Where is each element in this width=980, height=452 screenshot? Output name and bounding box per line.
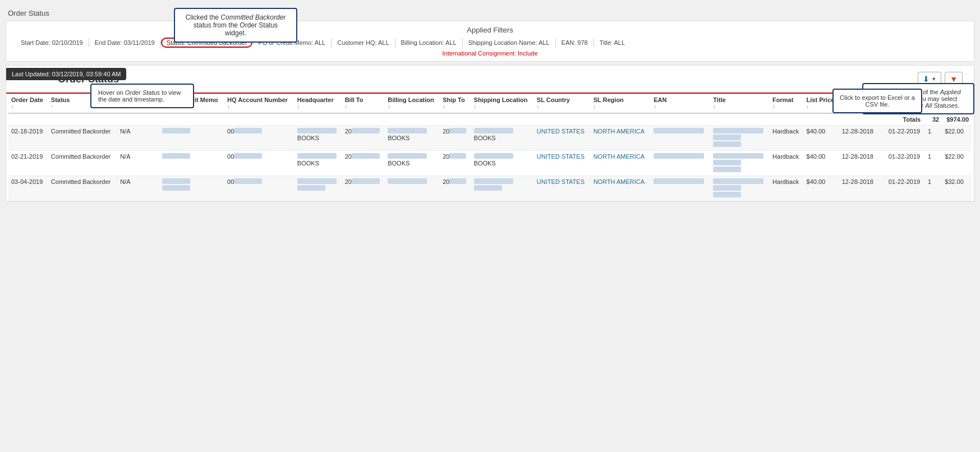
export-dropdown-icon: ▼ <box>931 76 936 82</box>
col-title[interactable]: Title ↕ <box>710 94 770 113</box>
totals-value: $974.00 <box>942 113 972 126</box>
cell-po-credit-1 <box>159 125 224 150</box>
col-ean[interactable]: EAN ↕ <box>651 94 710 113</box>
cell-ship-to-2: 20 <box>440 150 471 176</box>
cell-qty-3: 1 <box>925 176 942 201</box>
table-row: 02-21-2019 Committed Backorder N/A 00 BO… <box>8 150 972 176</box>
filter-customer-hq[interactable]: Customer HQ: ALL <box>332 38 395 47</box>
cell-release-date-3: 12-28-2018 <box>839 176 886 201</box>
data-table: Order Date ↕ Status ↑ Status Date ↕ PO o… <box>8 94 972 201</box>
filter-intl-consignment: International Consignment: Include <box>15 50 965 57</box>
totals-row: Totals 32 $974.00 <box>8 113 972 126</box>
cell-headquarter-1: BOOKS <box>295 125 342 150</box>
cell-release-date-2: 12-28-2018 <box>839 150 886 176</box>
cell-hq-account-2: 00 <box>224 150 295 176</box>
filter-billing-location[interactable]: Billing Location: ALL <box>395 38 463 47</box>
cell-value-1: $22.00 <box>942 125 972 150</box>
cell-status-date-3: N/A <box>117 176 159 201</box>
cell-hq-account-3: 00 <box>224 176 295 201</box>
cell-shipping-location-3 <box>471 176 534 201</box>
totals-label: Totals <box>8 113 925 126</box>
col-format[interactable]: Format ↕ <box>770 94 803 113</box>
filter-end-date[interactable]: End Date: 03/11/2019 <box>89 38 161 47</box>
callout-top-italic: Committed Backorder <box>220 13 286 21</box>
cell-billing-location-2: BOOKS <box>385 150 440 176</box>
order-status-row: Order Status Hover on Order Status to vi… <box>6 66 974 94</box>
col-hq-account[interactable]: HQ Account Number ↕ <box>224 94 295 113</box>
cell-format-3: Hardback <box>770 176 803 201</box>
cell-order-date-1: 02-18-2019 <box>8 125 48 150</box>
cell-list-price-3: $40.00 <box>804 176 839 201</box>
download-icon: ⬇ <box>923 75 930 84</box>
main-content: Last Updated: 03/12/2019, 03:59:40 AM Or… <box>6 65 974 202</box>
page-wrapper: Order Status Clicked the Committed Backo… <box>0 0 980 452</box>
applied-filters-section: Applied Filters Start Date: 02/10/2019 E… <box>6 21 974 62</box>
cell-qty-1: 1 <box>925 125 942 150</box>
cell-release-date-1: 12-28-2018 <box>839 125 886 150</box>
last-updated-badge: Last Updated: 03/12/2019, 03:59:40 AM <box>6 68 126 80</box>
col-order-date[interactable]: Order Date ↕ <box>8 94 48 113</box>
col-ship-to[interactable]: Ship To ↕ <box>440 94 471 113</box>
callout-top: Clicked the Committed Backorder status f… <box>174 8 297 43</box>
cell-sl-region-1: NORTH AMERICA <box>591 125 651 150</box>
cell-status-date-1: N/A <box>117 125 159 150</box>
col-billing-location[interactable]: Billing Location ↕ <box>385 94 440 113</box>
cell-title-3 <box>710 176 770 201</box>
cell-order-date-2: 02-21-2019 <box>8 150 48 176</box>
data-table-wrapper: Order Date ↕ Status ↑ Status Date ↕ PO o… <box>6 94 974 201</box>
cell-status-3: Committed Backorder <box>48 176 117 201</box>
cell-hq-account-1: 00 <box>224 125 295 150</box>
cell-list-price-1: $40.00 <box>804 125 839 150</box>
cell-billing-location-3 <box>385 176 440 201</box>
totals-qty: 32 <box>925 113 942 126</box>
cell-po-credit-2 <box>159 150 224 176</box>
callout-export: Click to export to Excel or a CSV file. <box>832 89 922 113</box>
cell-status-2: Committed Backorder <box>48 150 117 176</box>
cell-bill-to-3: 20 <box>342 176 385 201</box>
cell-bill-to-2: 20 <box>342 150 385 176</box>
filter-title[interactable]: Title: ALL <box>594 38 631 47</box>
cell-bill-to-1: 20 <box>342 125 385 150</box>
cell-ean-3 <box>651 176 710 201</box>
cell-sl-country-1: UNITED STATES <box>534 125 591 150</box>
cell-sl-region-3: NORTH AMERICA <box>591 176 651 201</box>
cell-headquarter-3 <box>295 176 342 201</box>
cell-format-1: Hardback <box>770 125 803 150</box>
header-order-status-label: Order Status <box>8 9 49 17</box>
cell-shipping-location-1: BOOKS <box>471 125 534 150</box>
cell-sl-region-2: NORTH AMERICA <box>591 150 651 176</box>
order-status-header: Order Status <box>6 6 974 20</box>
cell-pub-date-3: 01-22-2019 <box>886 176 925 201</box>
applied-filters-title: Applied Filters <box>15 26 965 34</box>
callout-top-post: status from the Order Status widget. <box>194 21 278 37</box>
cell-format-2: Hardback <box>770 150 803 176</box>
cell-order-date-3: 03-04-2019 <box>8 176 48 201</box>
col-shipping-location[interactable]: Shipping Location ↕ <box>471 94 534 113</box>
cell-status-date-2: N/A <box>117 150 159 176</box>
cell-qty-2: 1 <box>925 150 942 176</box>
cell-ship-to-1: 20 <box>440 125 471 150</box>
filter-start-date[interactable]: Start Date: 02/10/2019 <box>15 38 89 47</box>
callout-top-pre: Clicked the <box>186 13 221 21</box>
cell-po-credit-3 <box>159 176 224 201</box>
cell-title-2 <box>710 150 770 176</box>
table-row: 03-04-2019 Committed Backorder N/A 00 20… <box>8 176 972 201</box>
cell-ship-to-3: 20 <box>440 176 471 201</box>
cell-billing-location-1: BOOKS <box>385 125 440 150</box>
col-sl-country[interactable]: SL Country ↕ <box>534 94 591 113</box>
filter-shipping-location[interactable]: Shipping Location Name: ALL <box>463 38 556 47</box>
cell-pub-date-2: 01-22-2019 <box>886 150 925 176</box>
cell-ean-2 <box>651 150 710 176</box>
cell-title-1 <box>710 125 770 150</box>
cell-sl-country-3: UNITED STATES <box>534 176 591 201</box>
cell-sl-country-2: UNITED STATES <box>534 150 591 176</box>
cell-value-2: $22.00 <box>942 150 972 176</box>
filter-ean[interactable]: EAN: 978 <box>556 38 594 47</box>
col-headquarter[interactable]: Headquarter ↕ <box>295 94 342 113</box>
cell-headquarter-2: BOOKS <box>295 150 342 176</box>
callout-hover: Hover on Order Status to view the date a… <box>90 84 194 108</box>
cell-shipping-location-2: BOOKS <box>471 150 534 176</box>
col-sl-region[interactable]: SL Region ↕ <box>591 94 651 113</box>
filters-row: Start Date: 02/10/2019 End Date: 03/11/2… <box>15 38 965 48</box>
col-bill-to[interactable]: Bill To ↕ <box>342 94 385 113</box>
